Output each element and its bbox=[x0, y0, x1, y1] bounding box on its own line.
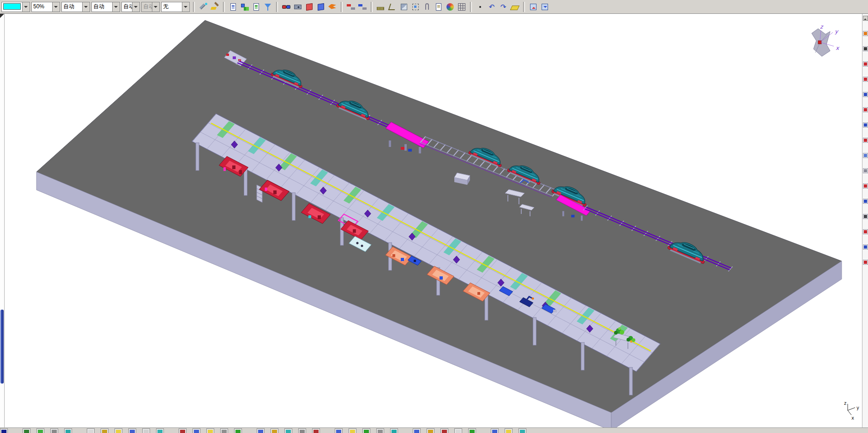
measure-angle-icon[interactable] bbox=[387, 2, 398, 12]
red-tag-2-icon[interactable] bbox=[863, 77, 868, 82]
bottom-tool-icon[interactable] bbox=[87, 428, 95, 433]
bottom-tool-icon[interactable] bbox=[193, 428, 200, 433]
toolbar-separator bbox=[341, 2, 343, 12]
bottom-tool-icon[interactable] bbox=[376, 428, 384, 433]
bottom-tool-icon[interactable] bbox=[349, 428, 356, 433]
scrollbar-thumb[interactable] bbox=[0, 310, 4, 384]
red-tag-7-icon[interactable] bbox=[863, 260, 868, 265]
bottom-tool-icon[interactable] bbox=[128, 428, 136, 433]
scroll-up-icon[interactable] bbox=[863, 16, 868, 21]
bottom-tool-icon[interactable] bbox=[101, 428, 108, 433]
bottom-tool-icon[interactable] bbox=[335, 428, 343, 433]
dropdown-arrow-icon[interactable] bbox=[82, 2, 90, 12]
note-icon[interactable] bbox=[434, 2, 444, 12]
blue-tag-1-icon[interactable] bbox=[863, 92, 868, 97]
stereo-view-icon[interactable] bbox=[281, 2, 291, 12]
render-quality-combo[interactable]: 自动 bbox=[61, 2, 90, 12]
blue-tag-3-icon[interactable] bbox=[863, 199, 868, 204]
current-color-combo[interactable] bbox=[1, 2, 30, 12]
view-blue-cube-icon[interactable] bbox=[316, 2, 326, 12]
bottom-tool-icon[interactable] bbox=[454, 428, 462, 433]
dropdown-arrow-icon[interactable] bbox=[182, 2, 189, 12]
placement-icon[interactable] bbox=[410, 2, 421, 12]
orientation-triad[interactable]: z y x bbox=[812, 24, 840, 56]
bottom-tool-icon[interactable] bbox=[440, 428, 448, 433]
material-combo[interactable]: 无 bbox=[161, 2, 190, 12]
rotate-view-icon[interactable] bbox=[540, 2, 550, 12]
measure-distance-icon[interactable] bbox=[376, 2, 386, 12]
bottom-tool-icon[interactable] bbox=[257, 428, 265, 433]
dropdown-arrow-icon[interactable] bbox=[152, 2, 159, 12]
dropdown-arrow-icon[interactable] bbox=[52, 2, 60, 12]
new-study-icon[interactable] bbox=[228, 2, 238, 12]
dropdown-arrow-icon[interactable] bbox=[22, 2, 30, 12]
bottom-tool-icon[interactable] bbox=[156, 428, 164, 433]
red-tag-4-icon[interactable] bbox=[863, 138, 868, 143]
swap-blue-icon[interactable] bbox=[357, 2, 368, 12]
erase-markup-icon[interactable] bbox=[510, 2, 520, 12]
dropdown-arrow-icon[interactable] bbox=[132, 2, 139, 12]
bottom-tool-icon[interactable] bbox=[23, 428, 30, 433]
bottom-tool-icon[interactable] bbox=[362, 428, 370, 433]
bottom-tool-icon[interactable] bbox=[36, 428, 44, 433]
target-icon[interactable] bbox=[863, 46, 868, 51]
snapshot-icon[interactable] bbox=[293, 2, 303, 12]
display-mode-combo[interactable]: 自动 bbox=[91, 2, 120, 12]
study-properties-icon[interactable] bbox=[251, 2, 261, 12]
zoom-level-combo[interactable]: 50% bbox=[31, 2, 60, 12]
bottom-tool-icon[interactable] bbox=[505, 428, 512, 433]
paint-spray-icon[interactable] bbox=[198, 2, 208, 12]
bottom-tool-icon[interactable] bbox=[142, 428, 150, 433]
redo-icon[interactable] bbox=[498, 2, 508, 12]
bottom-tool-icon[interactable] bbox=[468, 428, 476, 433]
bottom-tool-icon[interactable] bbox=[206, 428, 214, 433]
bottom-tool-icon[interactable] bbox=[427, 428, 434, 433]
paint-brush-icon[interactable] bbox=[210, 2, 220, 12]
fly-mode-icon[interactable] bbox=[327, 2, 338, 12]
create-point-icon[interactable] bbox=[475, 2, 485, 12]
section-view-icon[interactable] bbox=[399, 2, 409, 12]
bottom-tool-icon[interactable] bbox=[179, 428, 187, 433]
bottom-tool-icon[interactable] bbox=[220, 428, 228, 433]
bottom-tool-icon[interactable] bbox=[312, 428, 320, 433]
left-scrollbar[interactable] bbox=[0, 14, 5, 427]
bottom-tool-icon[interactable] bbox=[271, 428, 278, 433]
pan-view-icon[interactable] bbox=[528, 2, 538, 12]
red-tag-1-icon[interactable] bbox=[863, 61, 868, 67]
line-width-combo[interactable]: 自动 bbox=[121, 2, 140, 12]
snap-grid-icon[interactable] bbox=[457, 2, 467, 12]
red-tag-5-icon[interactable] bbox=[863, 183, 868, 189]
scene-svg[interactable]: z y x z y x bbox=[5, 14, 862, 427]
bottom-tool-icon[interactable] bbox=[234, 428, 242, 433]
bottom-tool-icon[interactable] bbox=[413, 428, 421, 433]
study-tree-icon[interactable] bbox=[240, 2, 250, 12]
dark-tool-icon[interactable] bbox=[863, 214, 868, 219]
bottom-tool-icon[interactable] bbox=[284, 428, 292, 433]
bottom-tool-icon[interactable] bbox=[298, 428, 306, 433]
undo-icon[interactable] bbox=[487, 2, 497, 12]
gray-tag-icon[interactable] bbox=[863, 168, 868, 173]
red-tag-6-icon[interactable] bbox=[863, 229, 868, 234]
bottom-tool-icon[interactable] bbox=[491, 428, 499, 433]
dropdown-arrow-icon[interactable] bbox=[112, 2, 120, 12]
line-style-combo[interactable]: 自动 bbox=[141, 2, 160, 12]
bottom-tool-icon[interactable] bbox=[0, 428, 8, 433]
bottom-tool-icon[interactable] bbox=[390, 428, 398, 433]
bottom-tool-icon[interactable] bbox=[115, 428, 122, 433]
swap-red-icon[interactable] bbox=[346, 2, 356, 12]
viewport-3d[interactable]: z y x z y x bbox=[5, 14, 862, 427]
edit-note-icon[interactable] bbox=[863, 31, 868, 36]
display-filter-icon[interactable] bbox=[263, 2, 273, 12]
attach-icon[interactable] bbox=[422, 2, 432, 12]
bottom-tool-icon[interactable] bbox=[64, 428, 72, 433]
red-tag-3-icon[interactable] bbox=[863, 107, 868, 112]
bottom-tool-icon[interactable] bbox=[50, 428, 58, 433]
list-view-icon[interactable] bbox=[863, 153, 868, 158]
view-red-cube-icon[interactable] bbox=[304, 2, 314, 12]
markup-color-icon[interactable] bbox=[445, 2, 455, 12]
blue-tag-2-icon[interactable] bbox=[863, 122, 868, 128]
blue-tag-4-icon[interactable] bbox=[863, 244, 868, 250]
scrollbar-arrow-icon[interactable] bbox=[0, 14, 4, 18]
floor-slab[interactable] bbox=[36, 20, 842, 427]
bottom-tool-icon[interactable] bbox=[518, 428, 526, 433]
